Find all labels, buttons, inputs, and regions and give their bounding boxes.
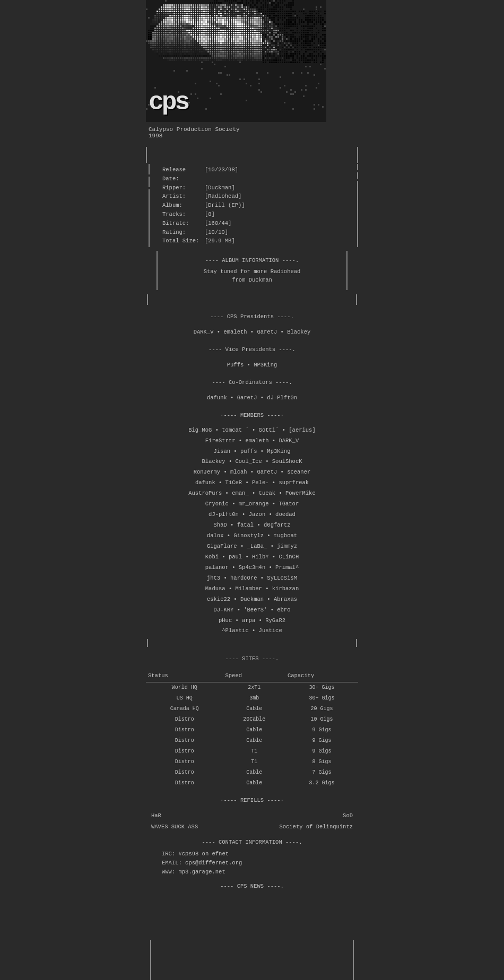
site-cell-0: Distro [146, 757, 223, 767]
co-ordinators-header: ---- Co-Ordinators ----. [146, 377, 358, 388]
site-cell-0: US HQ [146, 693, 223, 704]
site-cell-2: 8 Gigs [285, 757, 358, 767]
site-row: DistroCable9 Gigs [146, 725, 358, 736]
member-row: DJ-KRY • 'BeerS' • ebro [146, 605, 358, 616]
site-cell-1: T1 [223, 746, 285, 757]
member-row: FireStrtr • emaleth • DARK_V [146, 436, 358, 447]
co-ordinators-list: dafunk • GaretJ • dJ-Plft0n [146, 392, 358, 404]
members-list: Big_MoG • tomcat ` • Gotti` • [aerius]Fi… [146, 425, 358, 637]
site-cell-0: Distro [146, 778, 223, 789]
total-size-value: [29.9 MB] [205, 237, 235, 246]
vice-presidents-list: Puffs • MP3King [146, 360, 358, 371]
ripper-value: [Duckman] [205, 183, 235, 192]
site-cell-0: Distro [146, 714, 223, 725]
cps-logo: cps [149, 88, 188, 117]
artist-label: Artist: [162, 192, 205, 201]
tracks-value: [8] [205, 210, 215, 219]
site-cell-0: Canada HQ [146, 704, 223, 714]
contact-header: ---- CONTACT INFORMATION ----. [146, 839, 358, 845]
refills-left-name: WAVES SUCK ASS [151, 821, 198, 833]
sites-table: Status Speed Capacity World HQ2xT130+ Gi… [146, 669, 358, 789]
bitrate-row: Bitrate: [160/44] [162, 219, 355, 228]
site-row: DistroCable7 Gigs [146, 767, 358, 778]
member-row: Blackey • Cool_Ice • SoulShocK [146, 457, 358, 467]
vice-presidents-header: ---- Vice Presidents ----. [146, 344, 358, 355]
site-row: World HQ2xT130+ Gigs [146, 682, 358, 694]
site-cell-1: Cable [223, 725, 285, 736]
site-cell-1: Cable [223, 704, 285, 714]
site-cell-1: 20Cable [223, 714, 285, 725]
presidents-list: DARK_V • emaleth • GaretJ • Blackey [146, 327, 358, 338]
release-date-row: Release Date: [10/23/98] [162, 165, 355, 183]
site-cell-0: World HQ [146, 682, 223, 694]
site-cell-2: 9 Gigs [285, 746, 358, 757]
bitrate-label: Bitrate: [162, 219, 205, 228]
rating-label: Rating: [162, 228, 205, 237]
rating-value: [10/10] [205, 228, 228, 237]
site-row: DistroCable9 Gigs [146, 736, 358, 746]
site-row: DistroT18 Gigs [146, 757, 358, 767]
sites-col-speed: Speed [223, 669, 285, 682]
refills-left-group: HaR [151, 810, 161, 821]
member-row: eskie22 • Duckman • Abraxas [146, 594, 358, 605]
site-row: DistroT19 Gigs [146, 746, 358, 757]
site-cell-1: 2xT1 [223, 682, 285, 694]
news-content [146, 894, 358, 936]
member-row: Cryonic • mr_orange • TGator [146, 499, 358, 510]
members-header: ·---- MEMBERS ----· [146, 410, 358, 421]
bitrate-value: [160/44] [205, 219, 231, 228]
member-row: RonJermy • mlcah • GaretJ • sceaner [146, 467, 358, 478]
ripper-label: Ripper: [162, 183, 205, 192]
refills-names-row: WAVES SUCK ASS Society of Delinquintz [146, 821, 358, 833]
member-row: jht3 • hardcOre • SyLLoSisM [146, 573, 358, 584]
sites-col-status: Status [146, 669, 223, 682]
left-bar-top [146, 147, 147, 163]
artist-row: Artist: [Radiohead] [162, 192, 355, 201]
site-cell-0: Distro [146, 746, 223, 757]
site-cell-2: 30+ Gigs [285, 682, 358, 694]
site-row: Canada HQCable20 Gigs [146, 704, 358, 714]
member-row: ^Plastic • Justice [146, 626, 358, 636]
album-info-text: Stay tuned for more Radioheadfrom Duckma… [162, 268, 342, 285]
refills-row: HaR SoD [146, 810, 358, 821]
rating-row: Rating: [10/10] [162, 228, 355, 237]
album-value: [Drill (EP)] [205, 201, 245, 210]
member-row: Kobi • paul • HilbY • CLinCH [146, 552, 358, 563]
header-image: cps [146, 0, 326, 122]
site-row: Distro20Cable10 Gigs [146, 714, 358, 725]
refills-header: ·---- REFILLS ----· [146, 795, 358, 806]
member-row: pHuc • arpa • RyGaR2 [146, 616, 358, 626]
site-cell-2: 7 Gigs [285, 767, 358, 778]
contact-email: EMAIL: cps@differnet.org [162, 859, 358, 868]
cps-news-header: ---- CPS NEWS ----. [146, 883, 358, 889]
member-row: dalox • Ginostylz • tugboat [146, 531, 358, 541]
refills-right-name: Society of Delinquintz [279, 821, 353, 833]
site-cell-1: Cable [223, 736, 285, 746]
presidents-header: ---- CPS Presidents ----. [146, 311, 358, 322]
site-cell-1: 3mb [223, 693, 285, 704]
site-cell-1: Cable [223, 778, 285, 789]
tracks-label: Tracks: [162, 210, 205, 219]
total-size-row: Total Size: [29.9 MB] [162, 237, 355, 246]
member-row: AustroPurs • eman_ • tueak • PowerMike [146, 488, 358, 499]
contact-www: WWW: mp3.garage.net [162, 868, 358, 877]
site-row: US HQ3mb30+ Gigs [146, 693, 358, 704]
site-cell-2: 30+ Gigs [285, 693, 358, 704]
site-cell-0: Distro [146, 725, 223, 736]
total-size-label: Total Size: [162, 237, 205, 246]
site-cell-2: 9 Gigs [285, 725, 358, 736]
sites-header: ---- SITES ----. [146, 653, 358, 664]
site-cell-0: Distro [146, 736, 223, 746]
right-bar-top [357, 147, 358, 163]
ripper-row: Ripper: [Duckman] [162, 183, 355, 192]
member-row: Madusa • Milamber • kirbazan [146, 584, 358, 594]
sites-col-capacity: Capacity [285, 669, 358, 682]
site-cell-2: 3.2 Gigs [285, 778, 358, 789]
site-cell-2: 10 Gigs [285, 714, 358, 725]
member-row: Jisan • puffs • Mp3King [146, 447, 358, 457]
site-cell-2: 9 Gigs [285, 736, 358, 746]
site-cell-1: T1 [223, 757, 285, 767]
album-info-header: ---- ALBUM INFORMATION ----. [162, 257, 342, 264]
tracks-row: Tracks: [8] [162, 210, 355, 219]
album-row: Album: [Drill (EP)] [162, 201, 355, 210]
